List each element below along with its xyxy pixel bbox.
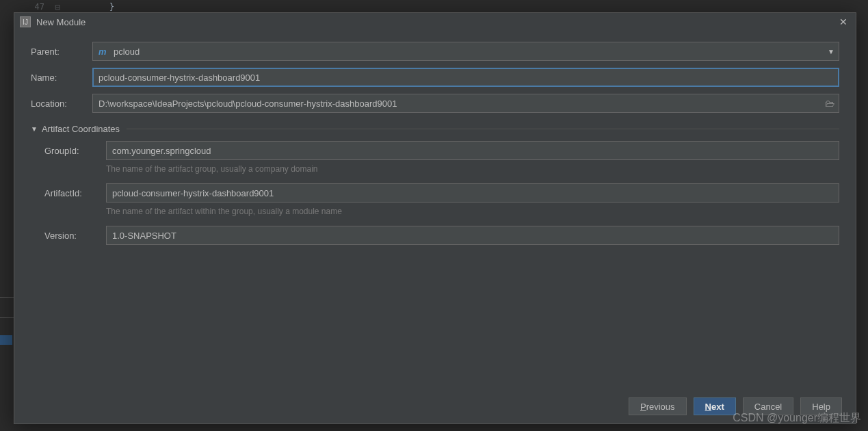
previous-button[interactable]: Previous xyxy=(629,397,687,415)
parent-label: Parent: xyxy=(31,47,92,57)
name-label: Name: xyxy=(31,73,92,83)
artifactid-input[interactable] xyxy=(112,188,833,198)
name-input[interactable] xyxy=(98,73,833,83)
groupid-label: GroupId: xyxy=(44,146,106,156)
artifactid-row: ArtifactId: xyxy=(44,183,839,203)
gutter-divider xyxy=(0,317,14,318)
version-row: Version: xyxy=(44,226,839,245)
editor-background: 47 ⊟ } xyxy=(0,0,868,14)
location-label: Location: xyxy=(31,99,92,109)
maven-icon: m xyxy=(98,47,109,56)
divider xyxy=(127,129,839,129)
button-bar: Previous Next Cancel Help xyxy=(14,389,856,423)
location-input[interactable] xyxy=(98,99,833,109)
location-row: Location: 🗁 xyxy=(31,94,839,113)
gutter-divider xyxy=(0,297,14,298)
groupid-input-wrapper[interactable] xyxy=(106,141,839,160)
fold-icon: ⊟ xyxy=(55,3,62,11)
artifact-section: GroupId: The name of the artifact group,… xyxy=(31,141,839,245)
version-input[interactable] xyxy=(112,231,833,241)
code-line: } xyxy=(62,2,114,12)
artifactid-hint: The name of the artifact within the grou… xyxy=(106,207,839,216)
artifactid-input-wrapper[interactable] xyxy=(106,183,839,203)
new-module-dialog: IJ New Module ✕ Parent: m pcloud ▼ Name:… xyxy=(14,12,856,424)
next-button[interactable]: Next xyxy=(694,397,736,415)
section-title: Artifact Coordinates xyxy=(42,124,120,134)
chevron-down-icon: ▼ xyxy=(31,125,38,133)
selection-marker xyxy=(0,335,12,345)
chevron-down-icon: ▼ xyxy=(828,48,834,55)
app-icon: IJ xyxy=(20,16,31,27)
name-row: Name: xyxy=(31,68,839,87)
groupid-hint: The name of the artifact group, usually … xyxy=(106,164,839,174)
parent-dropdown[interactable]: m pcloud ▼ xyxy=(92,42,839,61)
dialog-titlebar[interactable]: IJ New Module ✕ xyxy=(14,13,856,31)
artifactid-label: ArtifactId: xyxy=(44,188,106,198)
line-number: 47 xyxy=(0,2,55,12)
watermark: CSDN @younger编程世界 xyxy=(733,411,861,426)
location-input-wrapper[interactable]: 🗁 xyxy=(92,94,839,113)
dialog-title: New Module xyxy=(36,17,837,27)
dialog-content: Parent: m pcloud ▼ Name: Location: 🗁 ▼ A… xyxy=(14,31,856,389)
folder-icon[interactable]: 🗁 xyxy=(825,98,834,109)
parent-value: pcloud xyxy=(114,47,140,57)
groupid-input[interactable] xyxy=(112,146,833,156)
parent-row: Parent: m pcloud ▼ xyxy=(31,42,839,61)
artifact-coordinates-header[interactable]: ▼ Artifact Coordinates xyxy=(31,124,839,134)
close-icon[interactable]: ✕ xyxy=(837,15,850,29)
groupid-row: GroupId: xyxy=(44,141,839,160)
version-input-wrapper[interactable] xyxy=(106,226,839,245)
version-label: Version: xyxy=(44,231,106,241)
name-input-wrapper[interactable] xyxy=(92,68,839,87)
